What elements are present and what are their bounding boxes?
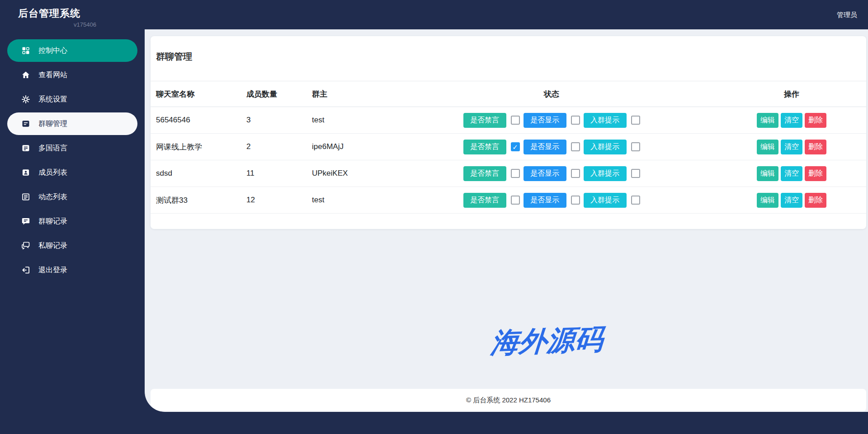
members-icon: [21, 168, 30, 177]
visible-checkbox[interactable]: [571, 142, 580, 151]
group-log-icon: [21, 217, 30, 226]
gear-icon: [21, 95, 30, 104]
clear-button[interactable]: 清空: [781, 140, 802, 154]
admin-user-menu[interactable]: 管理员: [837, 0, 857, 29]
edit-button[interactable]: 编辑: [757, 166, 778, 181]
column-header-name: 聊天室名称: [151, 89, 246, 99]
visible-toggle-button[interactable]: 是否显示: [524, 193, 566, 208]
sidebar-item-members[interactable]: 成员列表: [7, 161, 137, 184]
actions-cell: 编辑 清空 删除: [646, 166, 866, 181]
sidebar-item-label: 成员列表: [38, 168, 67, 177]
sidebar-item-label: 群聊记录: [38, 217, 67, 226]
sidebar-menu: 控制中心 查看网站 系统设置: [0, 39, 145, 283]
group-chat-card: 群聊管理 聊天室名称 成员数量 群主 状态 操作 56546546 3 test…: [151, 36, 866, 229]
mute-checkbox[interactable]: [511, 169, 520, 178]
visible-toggle-button[interactable]: 是否显示: [524, 166, 566, 181]
chatroom-name: sdsd: [151, 169, 246, 178]
delete-button[interactable]: 删除: [805, 113, 826, 128]
status-cell: 是否禁言 是否显示 入群提示: [457, 113, 646, 128]
actions-cell: 编辑 清空 删除: [646, 140, 866, 154]
edit-button[interactable]: 编辑: [757, 193, 778, 208]
delete-button[interactable]: 删除: [805, 140, 826, 154]
column-header-members: 成员数量: [246, 89, 312, 99]
visible-toggle-button[interactable]: 是否显示: [524, 113, 566, 128]
app-logo: 后台管理系统 v175406: [18, 7, 80, 20]
group-owner: ipe6MAjJ: [312, 142, 457, 151]
join-tip-checkbox[interactable]: [631, 169, 640, 178]
mute-checkbox[interactable]: [511, 142, 520, 151]
sidebar-item-label: 群聊管理: [38, 119, 67, 129]
footer-copyright: © 后台系统 2022 HZ175406: [466, 396, 551, 405]
chatroom-name: 测试群33: [151, 195, 246, 205]
mute-toggle-button[interactable]: 是否禁言: [463, 113, 506, 128]
clear-button[interactable]: 清空: [781, 166, 802, 181]
table-row: 56546546 3 test 是否禁言 是否显示 入群提示 编辑 清空 删除: [151, 107, 866, 134]
delete-button[interactable]: 删除: [805, 193, 826, 208]
member-count: 3: [246, 116, 312, 125]
content-area: 群聊管理 聊天室名称 成员数量 群主 状态 操作 56546546 3 test…: [145, 29, 868, 412]
visible-toggle-button[interactable]: 是否显示: [524, 140, 566, 154]
join-tip-checkbox[interactable]: [631, 142, 640, 151]
sidebar-item-logout[interactable]: 退出登录: [7, 259, 137, 281]
sidebar: 控制中心 查看网站 系统设置: [0, 0, 145, 434]
status-cell: 是否禁言 是否显示 入群提示: [457, 140, 646, 154]
visible-checkbox[interactable]: [571, 169, 580, 178]
mute-toggle-button[interactable]: 是否禁言: [463, 166, 506, 181]
member-count: 12: [246, 196, 312, 205]
join-tip-checkbox[interactable]: [631, 196, 640, 205]
group-owner: UPkeiKEX: [312, 169, 457, 178]
clear-button[interactable]: 清空: [781, 113, 802, 128]
sidebar-item-label: 私聊记录: [38, 241, 67, 251]
sidebar-item-label: 退出登录: [38, 266, 67, 275]
mute-checkbox[interactable]: [511, 116, 520, 125]
column-header-status: 状态: [457, 89, 646, 99]
sidebar-item-control-center[interactable]: 控制中心: [7, 39, 137, 62]
column-header-owner: 群主: [312, 89, 457, 99]
clear-button[interactable]: 清空: [781, 193, 802, 208]
join-tip-button[interactable]: 入群提示: [584, 166, 627, 181]
group-owner: test: [312, 116, 457, 125]
sidebar-item-label: 控制中心: [38, 46, 67, 56]
home-icon: [21, 70, 30, 79]
status-cell: 是否禁言 是否显示 入群提示: [457, 193, 646, 208]
mute-checkbox[interactable]: [511, 196, 520, 205]
page-title: 群聊管理: [156, 51, 866, 63]
status-cell: 是否禁言 是否显示 入群提示: [457, 166, 646, 181]
mute-toggle-button[interactable]: 是否禁言: [463, 193, 506, 208]
table-row: sdsd 11 UPkeiKEX 是否禁言 是否显示 入群提示 编辑 清空 删除: [151, 160, 866, 187]
sidebar-item-view-site[interactable]: 查看网站: [7, 64, 137, 86]
join-tip-button[interactable]: 入群提示: [584, 113, 627, 128]
mute-toggle-button[interactable]: 是否禁言: [463, 140, 506, 154]
join-tip-checkbox[interactable]: [631, 116, 640, 125]
join-tip-button[interactable]: 入群提示: [584, 193, 627, 208]
chatroom-name: 网课线上教学: [151, 142, 246, 152]
edit-button[interactable]: 编辑: [757, 140, 778, 154]
table-header-row: 聊天室名称 成员数量 群主 状态 操作: [151, 81, 866, 107]
visible-checkbox[interactable]: [571, 116, 580, 125]
sidebar-item-group-log[interactable]: 群聊记录: [7, 210, 137, 233]
sidebar-item-system-settings[interactable]: 系统设置: [7, 88, 137, 111]
app-version: v175406: [74, 21, 96, 28]
app-title: 后台管理系统: [18, 7, 80, 20]
actions-cell: 编辑 清空 删除: [646, 113, 866, 128]
chatroom-name: 56546546: [151, 116, 246, 125]
member-count: 2: [246, 142, 312, 151]
private-log-icon: [21, 241, 30, 250]
card-header: 群聊管理: [151, 36, 866, 81]
member-count: 11: [246, 169, 312, 178]
sidebar-item-feed-list[interactable]: 动态列表: [7, 186, 137, 208]
edit-button[interactable]: 编辑: [757, 113, 778, 128]
sidebar-item-languages[interactable]: 多国语言: [7, 137, 137, 159]
delete-button[interactable]: 删除: [805, 166, 826, 181]
sidebar-item-label: 多国语言: [38, 144, 67, 153]
group-owner: test: [312, 196, 457, 205]
sidebar-item-group-chat-manage[interactable]: 群聊管理: [7, 112, 137, 135]
join-tip-button[interactable]: 入群提示: [584, 140, 627, 154]
topbar: 后台管理系统 v175406 管理员: [0, 0, 868, 29]
visible-checkbox[interactable]: [571, 196, 580, 205]
language-icon: [21, 144, 30, 153]
feed-list-icon: [21, 192, 30, 201]
footer: © 后台系统 2022 HZ175406: [151, 389, 866, 411]
sidebar-item-private-log[interactable]: 私聊记录: [7, 234, 137, 257]
column-header-actions: 操作: [646, 89, 866, 99]
